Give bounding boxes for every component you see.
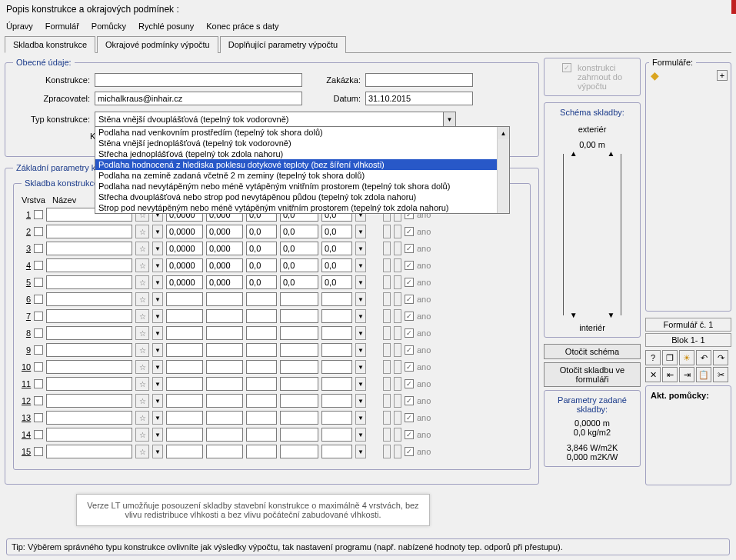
typ-option-list[interactable]: ▲ Podlaha nad venkovním prostředím (tepe…: [95, 126, 510, 214]
mteplo-input[interactable]: [246, 258, 277, 272]
mi-input[interactable]: [321, 428, 352, 442]
typ-option[interactable]: Podlaha nad nevytápěným nebo méně vytápě…: [95, 181, 509, 192]
lambda-input[interactable]: [206, 343, 243, 357]
ohmot-input[interactable]: [280, 377, 318, 391]
lambda-input[interactable]: [206, 225, 243, 238]
d-input[interactable]: [166, 428, 203, 442]
mteplo-input[interactable]: [246, 445, 277, 458]
scrollbar[interactable]: ▲: [497, 127, 509, 213]
layer-name-input[interactable]: [46, 326, 132, 340]
goto-start-icon[interactable]: ⇤: [662, 367, 678, 382]
ohmot-input[interactable]: [280, 360, 318, 374]
book-icon[interactable]: ❐: [662, 350, 678, 365]
mi-input[interactable]: [321, 258, 352, 272]
vypocet-checkbox[interactable]: ✓: [405, 430, 414, 439]
layer-checkbox[interactable]: [34, 328, 43, 338]
favorite-icon[interactable]: ☆: [135, 225, 149, 238]
mi-input[interactable]: [321, 309, 352, 323]
vypocet-checkbox[interactable]: ✓: [405, 396, 414, 405]
favorite-icon[interactable]: ☆: [135, 242, 149, 255]
layer-name-input[interactable]: [46, 445, 132, 458]
typ-option[interactable]: Podlaha nad venkovním prostředím (tepeln…: [95, 127, 509, 138]
chevron-down-icon[interactable]: ▼: [355, 275, 366, 289]
mi-input[interactable]: [321, 360, 352, 374]
layer-checkbox[interactable]: [34, 396, 43, 405]
move-down-button[interactable]: [394, 445, 401, 458]
mteplo-input[interactable]: [246, 343, 277, 357]
favorite-icon[interactable]: ☆: [135, 309, 149, 323]
layer-name-input[interactable]: [46, 309, 132, 323]
mteplo-input[interactable]: [246, 225, 277, 238]
move-up-button[interactable]: [383, 394, 391, 408]
move-up-button[interactable]: [383, 377, 391, 391]
help-icon[interactable]: ?: [645, 350, 661, 365]
ohmot-input[interactable]: [280, 225, 318, 238]
vypocet-checkbox[interactable]: ✓: [405, 312, 414, 321]
chevron-down-icon[interactable]: ▼: [355, 343, 366, 357]
layer-checkbox[interactable]: [34, 430, 43, 439]
layer-name-input[interactable]: [46, 292, 132, 306]
chevron-down-icon[interactable]: ▼: [152, 258, 163, 272]
mi-input[interactable]: [321, 225, 352, 238]
d-input[interactable]: [166, 326, 203, 340]
d-input[interactable]: [166, 225, 203, 238]
typ-option[interactable]: Strop pod nevytápěným nebo méně vytápěný…: [95, 202, 509, 213]
layer-name-input[interactable]: [46, 428, 132, 442]
layer-name-input[interactable]: [46, 343, 132, 357]
vypocet-checkbox[interactable]: ✓: [405, 447, 414, 456]
chevron-down-icon[interactable]: ▼: [152, 394, 163, 408]
menu-upravy[interactable]: Úpravy: [6, 22, 33, 31]
ohmot-input[interactable]: [280, 428, 318, 442]
chevron-down-icon[interactable]: ▼: [152, 242, 163, 255]
move-up-button[interactable]: [383, 292, 391, 306]
d-input[interactable]: [166, 377, 203, 391]
move-down-button[interactable]: [394, 377, 401, 391]
favorite-icon[interactable]: ☆: [135, 360, 149, 374]
lambda-input[interactable]: [206, 445, 243, 458]
vypocet-checkbox[interactable]: ✓: [405, 413, 414, 422]
vypocet-checkbox[interactable]: ✓: [405, 244, 414, 253]
d-input[interactable]: [166, 445, 203, 458]
vypocet-checkbox[interactable]: ✓: [405, 227, 414, 236]
layer-checkbox[interactable]: [34, 447, 43, 456]
tab-skladba[interactable]: Skladba konstrukce: [5, 36, 95, 53]
move-up-button[interactable]: [383, 343, 391, 357]
ohmot-input[interactable]: [280, 445, 318, 458]
move-up-button[interactable]: [383, 309, 391, 323]
chevron-down-icon[interactable]: ▼: [355, 394, 366, 408]
mteplo-input[interactable]: [246, 394, 277, 408]
move-up-button[interactable]: [383, 360, 391, 374]
chevron-down-icon[interactable]: ▼: [355, 445, 366, 458]
favorite-icon[interactable]: ☆: [135, 258, 149, 272]
d-input[interactable]: [166, 360, 203, 374]
mteplo-input[interactable]: [246, 360, 277, 374]
favorite-icon[interactable]: ☆: [135, 343, 149, 357]
chevron-down-icon[interactable]: ▼: [152, 275, 163, 289]
mteplo-input[interactable]: [246, 428, 277, 442]
mi-input[interactable]: [321, 242, 352, 255]
move-down-button[interactable]: [394, 343, 401, 357]
chevron-down-icon[interactable]: ▼: [152, 225, 163, 238]
favorite-icon[interactable]: ☆: [135, 394, 149, 408]
delete-icon[interactable]: ✕: [645, 367, 661, 382]
chevron-down-icon[interactable]: ▼: [152, 360, 163, 374]
favorite-icon[interactable]: ☆: [135, 377, 149, 391]
d-input[interactable]: [166, 411, 203, 425]
goto-end-icon[interactable]: ⇥: [679, 367, 694, 382]
ohmot-input[interactable]: [280, 258, 318, 272]
move-up-button[interactable]: [383, 411, 391, 425]
mteplo-input[interactable]: [246, 326, 277, 340]
layer-checkbox[interactable]: [34, 227, 43, 236]
lambda-input[interactable]: [206, 360, 243, 374]
chevron-down-icon[interactable]: ▼: [355, 292, 366, 306]
datum-input[interactable]: [365, 92, 473, 105]
d-input[interactable]: [166, 258, 203, 272]
typ-option[interactable]: Podlaha hodnocená z hlediska poklesu dot…: [95, 159, 509, 170]
move-up-button[interactable]: [383, 225, 391, 238]
redo-icon[interactable]: ↷: [713, 350, 728, 365]
layer-name-input[interactable]: [46, 360, 132, 374]
lambda-input[interactable]: [206, 309, 243, 323]
lambda-input[interactable]: [206, 377, 243, 391]
move-down-button[interactable]: [394, 275, 401, 289]
menu-posuny[interactable]: Rychlé posuny: [138, 22, 194, 31]
